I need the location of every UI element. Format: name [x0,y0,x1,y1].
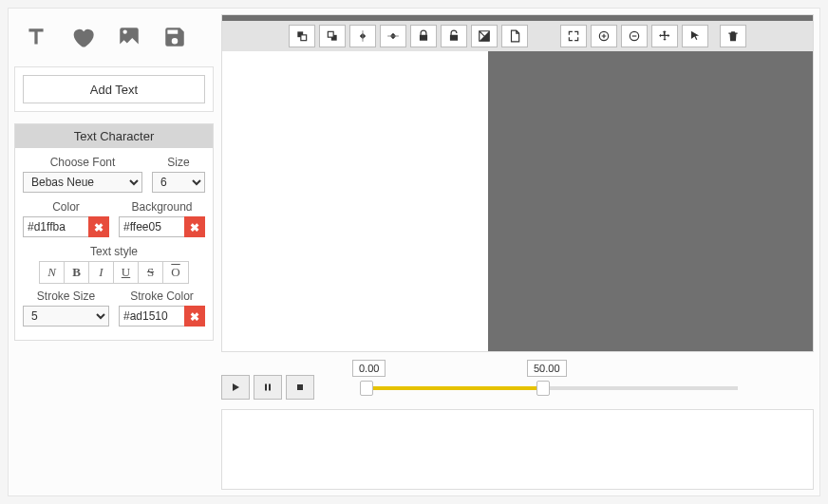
background-label: Background [119,200,205,214]
sidebar-tool-icons [14,14,214,66]
timeline-handle-start[interactable] [360,381,373,396]
send-back-button[interactable] [319,25,346,47]
bring-front-button[interactable] [289,25,315,47]
image-icon[interactable] [117,25,141,52]
text-style-group: N B I U S O [39,261,189,284]
size-label: Size [152,156,205,169]
fullscreen-button[interactable] [560,25,587,47]
delete-button[interactable] [720,25,746,47]
bottom-panel [221,409,814,490]
timeline-end-marker: 50.00 [527,360,567,377]
stroke-size-label: Stroke Size [23,289,109,303]
timeline-start-marker: 0.00 [352,360,386,377]
move-button[interactable] [651,25,678,47]
overline-style-button[interactable]: O [163,262,188,283]
svg-rect-1 [301,35,307,41]
text-tool-icon[interactable] [24,25,48,52]
zoom-in-button[interactable] [591,25,617,47]
stroke-color-label: Stroke Color [119,289,205,303]
background-input[interactable] [119,216,184,237]
timeline-handle-end[interactable] [536,381,550,396]
svg-rect-3 [328,31,333,37]
panel-title: Text Character [15,124,213,148]
heart-icon[interactable] [69,24,96,53]
canvas-area [221,14,814,352]
add-text-button[interactable]: Add Text [23,75,205,103]
strikethrough-style-button[interactable]: S [139,262,163,283]
flip-vertical-button[interactable] [380,25,406,47]
italic-style-button[interactable]: I [89,262,114,283]
svg-rect-6 [265,384,267,391]
normal-style-button[interactable]: N [40,262,65,283]
clear-color-button[interactable]: ✖ [88,216,109,237]
canvas-toolbar [222,21,813,51]
unlock-button[interactable] [441,25,467,47]
clear-background-button[interactable]: ✖ [184,216,205,237]
text-style-label: Text style [23,245,205,258]
lock-button[interactable] [410,25,437,47]
color-label: Color [23,200,109,214]
zoom-out-button[interactable] [621,25,648,47]
timeline-fill [364,386,543,390]
pause-button[interactable] [254,375,282,400]
main-area: 0.00 50.00 [221,14,814,490]
bold-style-button[interactable]: B [65,262,89,283]
font-select[interactable]: Bebas Neue [23,172,142,193]
color-input[interactable] [23,216,88,237]
stroke-color-input[interactable] [119,306,184,327]
svg-rect-7 [269,384,271,391]
size-select[interactable]: 6 [152,172,205,193]
timeline-track[interactable] [364,386,738,390]
timeline: 0.00 50.00 [221,358,814,403]
text-character-panel: Text Character Choose Font Bebas Neue Si… [14,123,214,341]
pointer-button[interactable] [682,25,708,47]
contrast-button[interactable] [471,25,498,47]
flip-horizontal-button[interactable] [349,25,376,47]
play-button[interactable] [221,375,250,400]
add-text-panel: Add Text [14,66,214,112]
underline-style-button[interactable]: U [114,262,139,283]
clear-stroke-color-button[interactable]: ✖ [184,306,205,327]
stop-button[interactable] [286,375,314,400]
app-root: Add Text Text Character Choose Font Beba… [8,8,820,496]
save-icon[interactable] [162,25,187,52]
sidebar: Add Text Text Character Choose Font Beba… [14,14,214,490]
stroke-size-select[interactable]: 5 [23,306,109,327]
svg-rect-8 [297,384,303,390]
font-label: Choose Font [23,156,142,169]
page-button[interactable] [501,25,528,47]
canvas-page[interactable] [222,51,488,351]
